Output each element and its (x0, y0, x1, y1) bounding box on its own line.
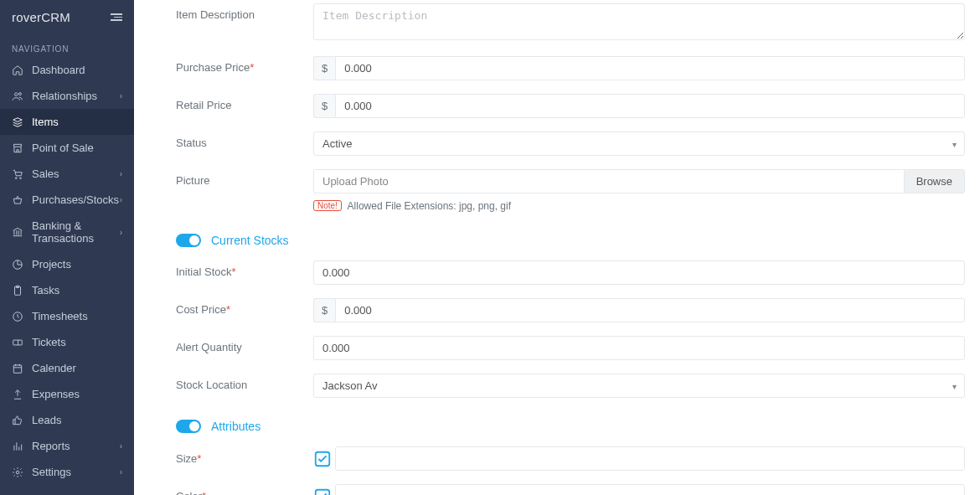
sidebar-item-leads[interactable]: Leads (0, 407, 134, 433)
calendar-icon (12, 363, 23, 374)
chevron-right-icon: › (120, 169, 122, 178)
nav-label: Point of Sale (32, 142, 122, 154)
attributes-label: Attributes (211, 420, 260, 433)
size-check-icon[interactable] (313, 450, 332, 468)
upload-icon (12, 389, 23, 400)
cost-price-input[interactable] (335, 298, 965, 322)
upload-placeholder: Upload Photo (313, 169, 904, 193)
retail-price-label: Retail Price (176, 94, 313, 111)
item-description-input[interactable] (313, 3, 965, 40)
sidebar-item-settings[interactable]: Settings › (0, 459, 134, 485)
chevron-right-icon: › (120, 228, 122, 237)
current-stocks-toggle[interactable] (176, 234, 201, 247)
nav-label: Tasks (32, 284, 122, 296)
svg-rect-8 (13, 340, 23, 345)
basket-icon (12, 194, 23, 206)
sidebar-item-projects[interactable]: Projects (0, 251, 134, 277)
sidebar-item-purchases[interactable]: Purchases/Stocks › (0, 187, 134, 213)
nav-label: Leads (32, 414, 122, 426)
color-label: Color* (176, 490, 313, 495)
purchase-price-label: Purchase Price* (176, 56, 313, 74)
nav-list: Dashboard Relationships › Items Point of… (0, 57, 134, 485)
home-icon (12, 64, 23, 76)
attributes-toggle[interactable] (176, 420, 201, 433)
nav-label: Settings (32, 466, 120, 478)
ticket-icon (12, 337, 23, 348)
cost-price-label: Cost Price* (176, 298, 313, 316)
browse-button[interactable]: Browse (904, 169, 965, 193)
sidebar-item-expenses[interactable]: Expenses (0, 381, 134, 407)
stock-location-select[interactable] (313, 374, 965, 398)
currency-symbol: $ (313, 298, 335, 322)
purchase-price-input[interactable] (335, 56, 965, 80)
currency-symbol: $ (313, 56, 335, 80)
color-input[interactable] (335, 484, 965, 495)
alert-qty-label: Alert Quantity (176, 336, 313, 353)
nav-label: Calender (32, 362, 122, 374)
menu-toggle-icon[interactable] (111, 12, 122, 23)
store-icon (12, 142, 23, 154)
nav-label: Banking & Transactions (32, 219, 120, 245)
chevron-right-icon: › (120, 467, 122, 477)
sidebar-item-banking[interactable]: Banking & Transactions › (0, 213, 134, 251)
color-check-icon[interactable] (313, 487, 332, 496)
sidebar-header: roverCRM (0, 0, 134, 34)
sidebar-item-timesheets[interactable]: Timesheets (0, 303, 134, 329)
sidebar: roverCRM NAVIGATION Dashboard Relationsh… (0, 0, 134, 495)
nav-label: Projects (32, 258, 122, 271)
currency-symbol: $ (313, 94, 335, 118)
upload-note: Note! Allowed File Extensions: jpg, png,… (313, 200, 965, 212)
chevron-right-icon: › (120, 441, 122, 451)
users-icon (12, 90, 23, 102)
size-label: Size* (176, 452, 313, 465)
thumbs-up-icon (12, 415, 23, 426)
sidebar-item-relationships[interactable]: Relationships › (0, 83, 134, 109)
barchart-icon (12, 441, 23, 452)
nav-label: Purchases/Stocks (32, 193, 120, 206)
cart-icon (12, 168, 23, 180)
status-select[interactable] (313, 131, 965, 156)
note-text: Allowed File Extensions: jpg, png, gif (348, 200, 511, 212)
initial-stock-input[interactable] (313, 260, 965, 285)
note-badge: Note! (313, 200, 342, 211)
sidebar-item-dashboard[interactable]: Dashboard (0, 57, 134, 83)
initial-stock-label: Initial Stock* (176, 260, 313, 278)
stock-location-label: Stock Location (176, 374, 313, 391)
current-stocks-label: Current Stocks (211, 234, 289, 247)
sidebar-item-tickets[interactable]: Tickets (0, 329, 134, 355)
size-input[interactable] (335, 446, 965, 471)
picture-label: Picture (176, 169, 313, 187)
brand-title: roverCRM (12, 10, 70, 24)
clock-icon (12, 311, 23, 322)
chevron-right-icon: › (120, 91, 122, 101)
sidebar-item-sales[interactable]: Sales › (0, 161, 134, 187)
sidebar-item-calendar[interactable]: Calender (0, 355, 134, 381)
nav-label: Expenses (32, 388, 122, 400)
nav-label: Sales (32, 168, 120, 180)
svg-point-3 (20, 177, 22, 178)
bank-icon (12, 226, 23, 238)
nav-label: Dashboard (32, 64, 122, 76)
sidebar-item-tasks[interactable]: Tasks (0, 277, 134, 303)
svg-point-10 (16, 471, 19, 474)
nav-label: Reports (32, 440, 120, 452)
svg-rect-12 (316, 489, 330, 495)
sidebar-item-pos[interactable]: Point of Sale (0, 135, 134, 161)
nav-label: Tickets (32, 336, 122, 348)
nav-label: Relationships (32, 90, 120, 102)
clipboard-icon (12, 285, 23, 296)
status-label: Status (176, 131, 313, 149)
nav-label: Items (32, 116, 122, 128)
svg-point-0 (15, 92, 18, 95)
stack-icon (12, 116, 23, 128)
item-description-label: Item Description (176, 3, 313, 21)
sidebar-item-items[interactable]: Items (0, 109, 134, 135)
sidebar-item-reports[interactable]: Reports › (0, 433, 134, 459)
svg-rect-9 (13, 364, 21, 372)
alert-qty-input[interactable] (313, 336, 965, 360)
svg-point-1 (18, 92, 21, 95)
gear-icon (12, 467, 23, 478)
nav-label: Timesheets (32, 310, 122, 322)
retail-price-input[interactable] (335, 94, 965, 118)
svg-point-2 (15, 177, 17, 178)
